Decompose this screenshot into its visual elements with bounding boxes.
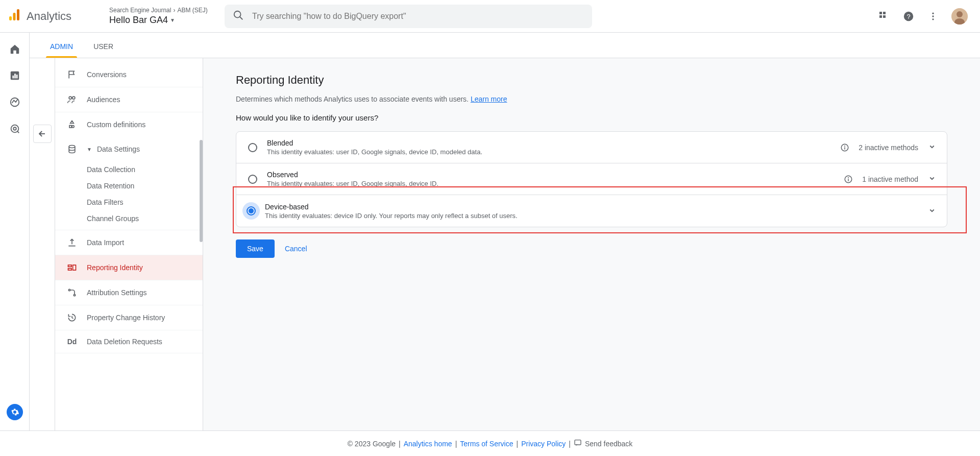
actions-row: Save Cancel <box>236 239 947 258</box>
svg-rect-20 <box>16 75 17 78</box>
explore-icon[interactable] <box>9 96 21 108</box>
tos-link[interactable]: Terms of Service <box>460 440 513 448</box>
svg-point-13 <box>932 18 934 20</box>
nav-deletion[interactable]: Dd Data Deletion Requests <box>55 330 203 353</box>
section-heading: How would you like to identify your user… <box>236 113 947 122</box>
search-box[interactable] <box>225 5 592 28</box>
nav-data-import[interactable]: Data Import <box>55 230 203 255</box>
radio-icon <box>247 173 259 185</box>
option-desc: This identity evaluates: device ID only.… <box>265 212 927 220</box>
nav-channel-groups[interactable]: Channel Groups <box>55 210 203 230</box>
dd-icon: Dd <box>66 338 78 346</box>
nav-attribution[interactable]: Attribution Settings <box>55 280 203 305</box>
svg-rect-7 <box>879 15 882 18</box>
svg-point-11 <box>932 12 934 14</box>
chevron-down-icon[interactable] <box>927 174 937 184</box>
tab-user[interactable]: USER <box>93 42 113 58</box>
identity-icon <box>66 262 78 273</box>
nav-audiences[interactable]: Audiences <box>55 87 203 112</box>
svg-rect-38 <box>575 440 581 445</box>
save-button[interactable]: Save <box>236 239 275 258</box>
search-icon <box>233 10 244 23</box>
nav-label: Conversions <box>87 70 127 79</box>
option-title: Device-based <box>265 203 927 211</box>
back-button[interactable] <box>33 125 52 143</box>
inactive-label: 1 inactive method <box>862 175 918 183</box>
header-actions: ? <box>878 8 972 25</box>
option-observed[interactable]: Observed This identity evaluates: user I… <box>236 163 947 195</box>
more-icon[interactable] <box>927 10 939 22</box>
option-blended[interactable]: Blended This identity evaluates: user ID… <box>236 132 947 163</box>
svg-point-26 <box>69 146 75 148</box>
admin-gear-button[interactable] <box>7 404 23 420</box>
nav-data-settings[interactable]: ▼ Data Settings <box>55 137 203 161</box>
copyright: © 2023 Google <box>348 440 396 448</box>
nav-label: Property Change History <box>87 314 165 322</box>
option-device-based[interactable]: Device-based This identity evaluates: de… <box>236 195 947 227</box>
left-rail <box>0 33 30 430</box>
nav-label: Data Filters <box>87 198 124 206</box>
learn-more-link[interactable]: Learn more <box>471 95 507 103</box>
chevron-down-icon[interactable] <box>927 206 937 217</box>
nav-history[interactable]: Property Change History <box>55 305 203 330</box>
svg-point-21 <box>10 98 19 107</box>
svg-point-31 <box>74 294 75 296</box>
svg-point-24 <box>69 97 71 99</box>
svg-rect-18 <box>12 76 14 79</box>
reports-icon[interactable] <box>9 69 21 82</box>
identity-options: Blended This identity evaluates: user ID… <box>236 131 947 227</box>
content-wrap: ADMIN USER Conversions Audienc <box>30 33 980 430</box>
svg-point-23 <box>13 127 16 130</box>
svg-rect-19 <box>14 74 16 78</box>
nav-reporting-identity[interactable]: Reporting Identity <box>55 255 203 280</box>
cancel-button[interactable]: Cancel <box>285 245 307 253</box>
user-avatar[interactable] <box>951 8 968 25</box>
option-title: Observed <box>267 171 844 179</box>
feedback-link[interactable]: Send feedback <box>585 440 632 448</box>
svg-rect-5 <box>879 12 882 14</box>
main-panel: Reporting Identity Determines which meth… <box>203 58 980 430</box>
svg-point-12 <box>932 15 934 17</box>
nav-label: Reporting Identity <box>87 263 143 272</box>
inactive-label: 2 inactive methods <box>859 143 918 152</box>
privacy-link[interactable]: Privacy Policy <box>521 440 566 448</box>
body-area: ADMIN USER Conversions Audienc <box>0 33 980 430</box>
radio-selected-icon <box>242 202 260 220</box>
stack-icon <box>66 144 78 154</box>
property-selector[interactable]: Search Engine Journal › ABM (SEJ) Hello … <box>109 7 216 26</box>
scrollbar-thumb[interactable] <box>200 140 203 242</box>
app-header: Analytics Search Engine Journal › ABM (S… <box>0 0 980 33</box>
svg-point-25 <box>72 97 75 99</box>
flag-icon <box>66 69 78 80</box>
admin-tabs: ADMIN USER <box>30 33 980 58</box>
tab-admin[interactable]: ADMIN <box>50 42 73 58</box>
nav-label: Data Settings <box>97 145 140 153</box>
property-name: Hello Bar GA4 <box>109 15 168 26</box>
svg-point-30 <box>68 289 70 291</box>
advertising-icon[interactable] <box>9 123 21 135</box>
svg-text:?: ? <box>906 12 910 20</box>
nav-data-collection[interactable]: Data Collection <box>55 161 203 178</box>
back-column <box>30 58 55 430</box>
home-icon[interactable] <box>9 43 21 55</box>
search-input[interactable] <box>252 12 584 21</box>
feedback-icon <box>574 439 582 448</box>
analytics-logo <box>8 9 20 23</box>
svg-rect-8 <box>883 15 886 18</box>
shapes-icon <box>66 119 78 130</box>
svg-rect-28 <box>68 269 72 270</box>
nav-conversions[interactable]: Conversions <box>55 62 203 87</box>
svg-rect-2 <box>17 9 19 20</box>
info-icon[interactable] <box>840 143 849 152</box>
nav-data-retention[interactable]: Data Retention <box>55 178 203 194</box>
analytics-home-link[interactable]: Analytics home <box>404 440 452 448</box>
info-icon[interactable] <box>844 175 853 184</box>
option-desc: This identity evaluates: user ID, Google… <box>267 180 844 187</box>
apps-icon[interactable] <box>878 10 890 22</box>
help-icon[interactable]: ? <box>902 10 915 22</box>
option-desc: This identity evaluates: user ID, Google… <box>267 148 840 156</box>
nav-custom-definitions[interactable]: Custom definitions <box>55 112 203 137</box>
nav-data-filters[interactable]: Data Filters <box>55 194 203 210</box>
chevron-down-icon[interactable] <box>927 142 937 153</box>
page-subtitle: Determines which methods Analytics uses … <box>236 95 947 103</box>
